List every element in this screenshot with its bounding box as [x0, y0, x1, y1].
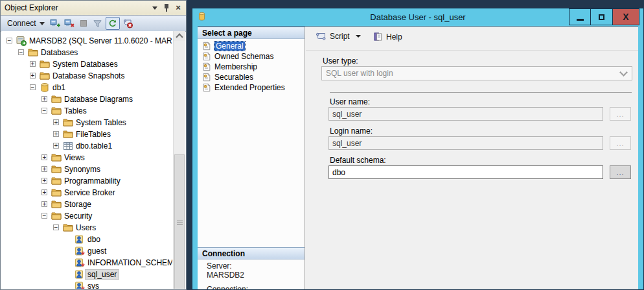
tree-item-label: Synonyms: [64, 164, 100, 175]
expand-icon[interactable]: +: [41, 189, 47, 195]
tree-item-label: Security: [64, 211, 92, 221]
expand-icon[interactable]: +: [41, 166, 47, 172]
expand-icon[interactable]: +: [30, 61, 36, 67]
page-item-securables[interactable]: Securables: [202, 72, 253, 82]
filter-icon[interactable]: [91, 18, 104, 29]
tree-item-label: db1: [52, 82, 65, 93]
connect-button-label: Connect: [7, 19, 36, 28]
scrollbar-thumb[interactable]: [174, 154, 185, 289]
close-icon[interactable]: X: [613, 8, 639, 25]
user-name-label: User name:: [330, 97, 370, 106]
tree-item-databases[interactable]: −Databases: [1, 47, 172, 58]
page-item-extended-properties[interactable]: Extended Properties: [202, 82, 285, 93]
expand-icon[interactable]: +: [41, 201, 47, 207]
tree-item-storage[interactable]: +Storage: [1, 199, 172, 210]
tree-item-security[interactable]: −Security: [1, 210, 172, 222]
folder-icon: [51, 176, 62, 186]
tree-item-guest[interactable]: guest: [1, 245, 172, 257]
folder-icon: [63, 223, 73, 233]
tree-scrollbar[interactable]: [173, 31, 185, 289]
pin-icon[interactable]: [161, 3, 172, 13]
tree-item-db1[interactable]: −db1: [1, 82, 172, 93]
page-item-general[interactable]: General: [202, 41, 245, 51]
close-icon[interactable]: ×: [173, 3, 183, 13]
expand-icon[interactable]: +: [30, 73, 36, 79]
collapse-icon[interactable]: −: [41, 108, 47, 114]
connect-button[interactable]: Connect: [5, 18, 47, 29]
tree-item-label: dbo.table1: [76, 141, 112, 151]
page-item-membership[interactable]: Membership: [202, 62, 257, 72]
maximize-icon[interactable]: [591, 8, 613, 25]
chevron-down-icon[interactable]: [356, 35, 361, 38]
page-icon: [202, 42, 211, 51]
default-schema-browse-button[interactable]: ...: [610, 165, 631, 179]
tree-item-users[interactable]: −Users: [1, 222, 172, 234]
default-schema-field[interactable]: dbo: [328, 165, 603, 179]
tree-item-database-snapshots[interactable]: +Database Snapshots: [1, 70, 172, 82]
tree-item-filetables[interactable]: +FileTables: [1, 128, 172, 140]
tree-item-label: guest: [87, 246, 106, 256]
page-item-label: Membership: [214, 62, 257, 71]
connection-label: Connection:: [207, 285, 248, 289]
login-name-browse-button: ...: [610, 136, 631, 150]
folder-icon: [40, 71, 50, 81]
tree-item-programmability[interactable]: +Programmability: [1, 175, 172, 187]
server-value: MARSDB2: [207, 271, 244, 280]
database-icon: [40, 82, 50, 93]
tree-item-system-databases[interactable]: +System Databases: [1, 58, 172, 70]
collapse-icon[interactable]: −: [41, 213, 47, 219]
scrollbar-up-icon[interactable]: [174, 31, 185, 41]
tree-item-label: Database Diagrams: [64, 94, 133, 104]
collapse-icon[interactable]: −: [18, 49, 24, 55]
tree-item-service-broker[interactable]: +Service Broker: [1, 187, 172, 199]
tree-item-sys[interactable]: sys: [1, 280, 172, 289]
tree-item-database-diagrams[interactable]: +Database Diagrams: [1, 93, 172, 105]
user-icon: [75, 269, 85, 280]
tree-item-views[interactable]: +Views: [1, 152, 172, 163]
tree-item-system-tables[interactable]: +System Tables: [1, 117, 172, 128]
expand-icon[interactable]: +: [41, 96, 47, 102]
tree-item-sql-user[interactable]: sql_user: [1, 269, 172, 280]
tree-item-label: Databases: [41, 47, 78, 58]
tree-item-marsdb2-sql-server-11-0-6020-marsd[interactable]: −MARSDB2 (SQL Server 11.0.6020 - MARSD: [1, 35, 172, 47]
script-button[interactable]: Script: [315, 32, 361, 41]
user-name-field: sql_user: [328, 107, 603, 121]
refresh-icon[interactable]: [106, 17, 120, 30]
object-explorer-toolbar: Connect: [1, 16, 186, 32]
minimize-icon[interactable]: [569, 8, 591, 25]
tree-item-label: System Databases: [52, 59, 118, 69]
folder-icon: [51, 164, 62, 175]
folder-icon: [40, 59, 50, 69]
tree-item-label: sys: [87, 281, 99, 289]
object-explorer-tree: −MARSDB2 (SQL Server 11.0.6020 - MARSD−D…: [1, 31, 185, 289]
tree-item-dbo-table1[interactable]: +dbo.table1: [1, 140, 172, 152]
object-explorer-titlebar: Object Explorer ×: [1, 1, 186, 16]
connect-server-icon[interactable]: [49, 18, 62, 29]
window-menu-chevron-icon[interactable]: [150, 3, 160, 13]
expand-icon[interactable]: +: [41, 178, 47, 184]
collapse-icon[interactable]: −: [30, 84, 36, 90]
tree-item-dbo[interactable]: dbo: [1, 234, 172, 245]
disconnect-server-icon[interactable]: [63, 18, 76, 29]
object-explorer-panel: Object Explorer × Connect −MAR: [0, 0, 187, 290]
user-icon: [75, 234, 85, 245]
tree-item-label: dbo: [87, 234, 100, 245]
tree-item-tables[interactable]: −Tables: [1, 105, 172, 117]
connection-header: Connection: [198, 247, 305, 260]
folder-icon: [51, 106, 62, 116]
collapse-icon[interactable]: −: [53, 224, 59, 230]
script-error-icon[interactable]: [121, 18, 134, 29]
tree-item-information-schem[interactable]: INFORMATION_SCHEM: [1, 257, 172, 269]
page-item-label: Securables: [214, 73, 253, 82]
help-button[interactable]: Help: [373, 32, 402, 42]
tree-item-synonyms[interactable]: +Synonyms: [1, 163, 172, 175]
page-item-owned-schemas[interactable]: Owned Schemas: [202, 51, 273, 62]
expand-icon[interactable]: +: [53, 119, 59, 125]
form-separator: [330, 92, 632, 93]
tree-item-label: Tables: [64, 106, 87, 116]
expand-icon[interactable]: +: [53, 131, 59, 137]
expand-icon[interactable]: +: [53, 143, 59, 149]
user-type-combobox: SQL user with login: [321, 66, 632, 80]
expand-icon[interactable]: +: [41, 154, 47, 160]
collapse-icon[interactable]: −: [6, 38, 12, 43]
